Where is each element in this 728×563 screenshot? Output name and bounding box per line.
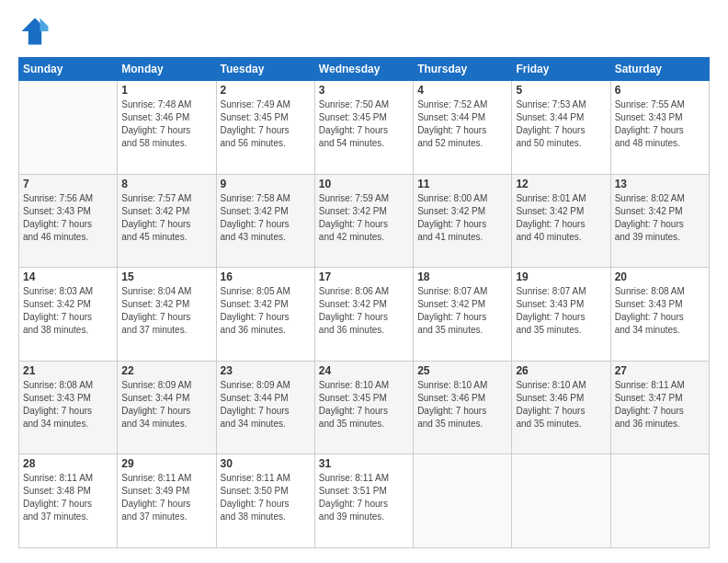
sunset-text: Sunset: 3:51 PM: [319, 486, 387, 496]
calendar-cell: 18Sunrise: 8:07 AMSunset: 3:42 PMDayligh…: [414, 268, 512, 362]
day-number: 26: [516, 364, 606, 377]
calendar-cell: 21Sunrise: 8:08 AMSunset: 3:43 PMDayligh…: [19, 361, 118, 454]
day-number: 20: [615, 270, 705, 283]
day-number: 4: [417, 84, 507, 97]
day-info: Sunrise: 8:11 AMSunset: 3:51 PMDaylight:…: [319, 472, 409, 523]
daylight-text-line2: and 37 minutes.: [23, 511, 88, 522]
day-info: Sunrise: 8:00 AMSunset: 3:42 PMDaylight:…: [417, 192, 507, 244]
day-number: 24: [319, 364, 409, 377]
col-header-sunday: Sunday: [19, 58, 118, 81]
daylight-text-line1: Daylight: 7 hours: [23, 219, 92, 229]
day-info: Sunrise: 8:04 AMSunset: 3:42 PMDaylight:…: [121, 285, 211, 337]
col-header-thursday: Thursday: [414, 58, 512, 81]
daylight-text-line2: and 38 minutes.: [23, 325, 88, 335]
daylight-text-line1: Daylight: 7 hours: [221, 312, 290, 322]
calendar-cell: 12Sunrise: 8:01 AMSunset: 3:42 PMDayligh…: [512, 174, 610, 268]
day-info: Sunrise: 8:08 AMSunset: 3:43 PMDaylight:…: [23, 379, 113, 431]
sunrise-text: Sunrise: 8:11 AM: [121, 473, 191, 483]
daylight-text-line1: Daylight: 7 hours: [615, 312, 684, 322]
daylight-text-line1: Daylight: 7 hours: [121, 406, 190, 416]
day-number: 12: [516, 178, 606, 190]
day-number: 17: [319, 270, 409, 283]
daylight-text-line2: and 34 minutes.: [121, 419, 187, 429]
sunrise-text: Sunrise: 7:48 AM: [121, 99, 191, 109]
sunrise-text: Sunrise: 8:07 AM: [417, 286, 487, 296]
calendar-cell: 10Sunrise: 7:59 AMSunset: 3:42 PMDayligh…: [314, 174, 413, 268]
sunset-text: Sunset: 3:43 PM: [23, 206, 91, 216]
daylight-text-line1: Daylight: 7 hours: [615, 219, 684, 229]
sunset-text: Sunset: 3:44 PM: [417, 112, 485, 122]
calendar-cell: 26Sunrise: 8:10 AMSunset: 3:46 PMDayligh…: [512, 361, 610, 454]
day-info: Sunrise: 7:59 AMSunset: 3:42 PMDaylight:…: [319, 192, 409, 244]
daylight-text-line2: and 39 minutes.: [319, 511, 384, 522]
calendar-cell: 7Sunrise: 7:56 AMSunset: 3:43 PMDaylight…: [19, 174, 118, 268]
calendar-cell: [512, 454, 610, 548]
day-info: Sunrise: 8:11 AMSunset: 3:50 PMDaylight:…: [221, 472, 311, 523]
daylight-text-line1: Daylight: 7 hours: [319, 219, 388, 229]
calendar-cell: 29Sunrise: 8:11 AMSunset: 3:49 PMDayligh…: [118, 454, 216, 548]
sunset-text: Sunset: 3:42 PM: [221, 206, 289, 216]
sunrise-text: Sunrise: 7:49 AM: [221, 99, 290, 109]
day-info: Sunrise: 7:49 AMSunset: 3:45 PMDaylight:…: [221, 98, 311, 150]
daylight-text-line1: Daylight: 7 hours: [417, 125, 486, 135]
sunset-text: Sunset: 3:42 PM: [319, 206, 387, 216]
sunrise-text: Sunrise: 7:56 AM: [23, 193, 93, 203]
calendar-cell: 23Sunrise: 8:09 AMSunset: 3:44 PMDayligh…: [216, 361, 314, 454]
daylight-text-line2: and 35 minutes.: [319, 419, 384, 429]
daylight-text-line2: and 37 minutes.: [121, 325, 187, 335]
sunset-text: Sunset: 3:46 PM: [417, 393, 485, 403]
calendar-cell: [19, 81, 118, 175]
daylight-text-line2: and 34 minutes.: [221, 419, 286, 429]
sunset-text: Sunset: 3:46 PM: [121, 112, 189, 122]
sunrise-text: Sunrise: 8:05 AM: [221, 286, 290, 296]
calendar-cell: 3Sunrise: 7:50 AMSunset: 3:45 PMDaylight…: [314, 81, 413, 175]
daylight-text-line1: Daylight: 7 hours: [615, 125, 684, 135]
sunrise-text: Sunrise: 8:08 AM: [615, 286, 685, 296]
sunset-text: Sunset: 3:43 PM: [615, 112, 683, 122]
sunset-text: Sunset: 3:44 PM: [121, 393, 189, 403]
sunset-text: Sunset: 3:42 PM: [121, 206, 189, 216]
day-number: 18: [417, 270, 507, 283]
daylight-text-line1: Daylight: 7 hours: [23, 406, 92, 416]
day-number: 6: [615, 84, 705, 97]
calendar-cell: 9Sunrise: 7:58 AMSunset: 3:42 PMDaylight…: [216, 174, 314, 268]
calendar-cell: 6Sunrise: 7:55 AMSunset: 3:43 PMDaylight…: [610, 81, 709, 175]
daylight-text-line1: Daylight: 7 hours: [221, 125, 290, 135]
calendar-cell: 4Sunrise: 7:52 AMSunset: 3:44 PMDaylight…: [414, 81, 512, 175]
day-info: Sunrise: 8:01 AMSunset: 3:42 PMDaylight:…: [516, 192, 606, 244]
sunrise-text: Sunrise: 8:11 AM: [615, 380, 685, 390]
sunrise-text: Sunrise: 8:11 AM: [221, 473, 290, 483]
daylight-text-line2: and 48 minutes.: [615, 138, 680, 148]
calendar-cell: 11Sunrise: 8:00 AMSunset: 3:42 PMDayligh…: [414, 174, 512, 268]
day-number: 19: [516, 270, 606, 283]
daylight-text-line2: and 36 minutes.: [615, 419, 680, 429]
sunset-text: Sunset: 3:45 PM: [319, 112, 387, 122]
daylight-text-line2: and 42 minutes.: [319, 232, 384, 242]
daylight-text-line1: Daylight: 7 hours: [121, 125, 190, 135]
daylight-text-line2: and 36 minutes.: [221, 325, 286, 335]
daylight-text-line2: and 35 minutes.: [417, 325, 483, 335]
sunset-text: Sunset: 3:42 PM: [121, 299, 189, 309]
calendar-cell: [610, 454, 709, 548]
sunset-text: Sunset: 3:42 PM: [516, 206, 584, 216]
calendar-cell: [414, 454, 512, 548]
day-info: Sunrise: 8:09 AMSunset: 3:44 PMDaylight:…: [121, 379, 211, 431]
day-info: Sunrise: 8:11 AMSunset: 3:49 PMDaylight:…: [121, 472, 211, 523]
daylight-text-line1: Daylight: 7 hours: [221, 406, 290, 416]
col-header-friday: Friday: [512, 58, 610, 81]
calendar-week-2: 7Sunrise: 7:56 AMSunset: 3:43 PMDaylight…: [19, 174, 710, 268]
header: [18, 15, 710, 48]
day-number: 31: [319, 457, 409, 470]
daylight-text-line1: Daylight: 7 hours: [417, 219, 486, 229]
daylight-text-line2: and 36 minutes.: [319, 325, 384, 335]
sunset-text: Sunset: 3:43 PM: [516, 299, 584, 309]
day-number: 22: [121, 364, 211, 377]
day-info: Sunrise: 8:03 AMSunset: 3:42 PMDaylight:…: [23, 285, 113, 337]
sunrise-text: Sunrise: 8:06 AM: [319, 286, 389, 296]
daylight-text-line1: Daylight: 7 hours: [121, 312, 190, 322]
day-info: Sunrise: 8:08 AMSunset: 3:43 PMDaylight:…: [615, 285, 705, 337]
sunrise-text: Sunrise: 7:52 AM: [417, 99, 487, 109]
day-number: 5: [516, 84, 606, 97]
day-number: 8: [121, 178, 211, 190]
day-info: Sunrise: 7:57 AMSunset: 3:42 PMDaylight:…: [121, 192, 211, 244]
